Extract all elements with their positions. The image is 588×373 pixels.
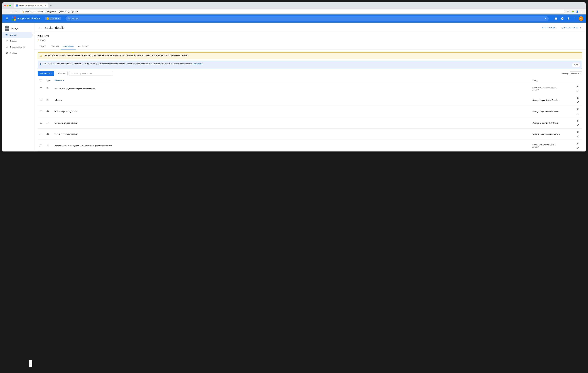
role-chip[interactable]: Cloud Build Service Agent ▾ <box>532 144 556 146</box>
learn-more-link[interactable]: Learn more <box>193 63 202 65</box>
tab-bucket-lock[interactable]: Bucket Lock <box>76 43 91 50</box>
role-chip[interactable]: Storage Legacy Bucket Owner ▾ <box>532 122 559 124</box>
warning-text: This bucket is public and can be accesse… <box>43 54 189 56</box>
close-dot[interactable] <box>4 5 6 6</box>
row-checkbox-2[interactable] <box>40 110 42 112</box>
address-bar[interactable]: 🔒 console.cloud.google.com/storage/brows… <box>20 10 565 13</box>
edit-bucket-button[interactable]: EDIT BUCKET <box>540 26 558 30</box>
delete-member-button[interactable] <box>576 84 580 88</box>
window-controls <box>4 5 11 6</box>
alert-info-icon: ℹ <box>40 63 41 65</box>
role-caret-icon: ▾ <box>558 122 559 124</box>
access-control-edit-button[interactable]: Edit <box>572 63 580 67</box>
edit-member-button[interactable] <box>576 89 580 93</box>
sidebar-item-settings[interactable]: Settings <box>2 50 33 56</box>
hamburger-menu[interactable]: ☰ <box>5 16 9 21</box>
toolbar-actions: ☆ 🧩 👤 ⋮ <box>566 10 584 14</box>
browser-chrome: Bucket details - git-ci-cd - Goo... × + … <box>2 2 586 14</box>
view-select-dropdown[interactable]: Members ▾ <box>570 72 582 75</box>
cloud-shell-button[interactable] <box>553 16 558 21</box>
browser-toolbar: ← → ↻ 🔒 console.cloud.google.com/storage… <box>2 9 586 14</box>
sidebar-item-transfer-appliance-label: Transfer Appliance <box>10 46 25 48</box>
url-text: console.cloud.google.com/storage/browser… <box>25 10 78 13</box>
row-checkbox-5[interactable] <box>40 145 42 146</box>
edit-member-button[interactable] <box>576 146 580 150</box>
user-avatar[interactable]: G <box>579 16 583 21</box>
edit-member-button[interactable] <box>576 112 580 116</box>
sidebar-section-label: Storage <box>11 27 18 30</box>
search-bar[interactable]: 🔍 ▼ <box>65 16 549 21</box>
project-selector[interactable]: git-ci-cd ▼ <box>45 17 61 20</box>
role-chip[interactable]: Storage Legacy Object Reader ▾ <box>532 99 560 101</box>
tab-permissions[interactable]: Permissions <box>61 43 76 50</box>
role-caret-icon: ▾ <box>558 111 559 112</box>
active-tab[interactable]: Bucket details - git-ci-cd - Goo... × <box>14 3 48 8</box>
search-input[interactable] <box>72 17 543 20</box>
member-type-cell <box>44 117 52 129</box>
delete-member-button[interactable] <box>576 142 580 145</box>
edit-member-button[interactable] <box>576 135 580 138</box>
row-checkbox-4[interactable] <box>40 133 42 135</box>
members-table-container: Type Members ▲ Role(s) <box>34 78 586 152</box>
tabs-bar: Objects Overview Permissions Bucket Lock <box>34 43 586 50</box>
reload-button[interactable]: ↻ <box>14 10 19 14</box>
table-row: Viewers of project: git-ci-cdStorage Leg… <box>38 129 582 140</box>
row-checkbox-3[interactable] <box>40 122 42 124</box>
row-checkbox-0[interactable] <box>40 87 42 89</box>
add-members-button[interactable]: Add members <box>38 71 54 76</box>
row-action-buttons <box>576 130 580 138</box>
forward-button[interactable]: → <box>9 10 13 14</box>
col-actions <box>574 78 582 83</box>
member-cell: Owners of project: git-ci-cd <box>52 117 530 129</box>
row-actions <box>576 84 580 93</box>
search-expand-icon[interactable]: ▼ <box>544 17 546 20</box>
new-tab-button[interactable]: + <box>49 3 53 8</box>
back-button[interactable]: ← <box>4 10 8 14</box>
bookmark-icon[interactable]: ☆ <box>566 10 570 14</box>
row-actions-cell <box>574 83 582 94</box>
role-chip[interactable]: Storage Legacy Bucket Owner ▾ <box>532 110 559 113</box>
edit-member-button[interactable] <box>576 123 580 127</box>
sidebar-item-transfer-appliance[interactable]: Transfer Appliance <box>2 44 33 50</box>
back-button[interactable]: ← <box>38 25 42 30</box>
delete-member-button[interactable] <box>576 107 580 111</box>
row-checkbox-1[interactable] <box>40 99 42 101</box>
member-type-cell <box>44 129 52 140</box>
tab-objects[interactable]: Objects <box>38 43 49 50</box>
bucket-info: git-ci-cd ⚠ Public <box>34 32 586 41</box>
delete-member-button[interactable] <box>576 119 580 123</box>
member-cell: 349075763037@cloudbuild.gserviceaccount.… <box>52 83 530 94</box>
member-cell: Viewers of project: git-ci-cd <box>52 129 530 140</box>
maximize-dot[interactable] <box>9 5 11 6</box>
filter-input[interactable] <box>74 72 111 74</box>
public-access-warning: ⚠ This bucket is public and can be acces… <box>38 52 582 59</box>
select-all-checkbox[interactable] <box>40 79 42 81</box>
extension-icon[interactable]: 🧩 <box>571 10 575 14</box>
alert-warning-icon: ⚠ <box>40 54 42 57</box>
more-tools-icon[interactable]: ⋮ <box>580 10 584 14</box>
tab-close-button[interactable]: × <box>45 4 46 7</box>
help-button[interactable] <box>560 16 565 21</box>
edit-member-button[interactable] <box>576 100 580 104</box>
group-icon <box>46 133 49 136</box>
delete-member-button[interactable] <box>576 96 580 100</box>
refresh-bucket-button[interactable]: REFRESH BUCKET <box>560 26 582 30</box>
minimize-dot[interactable] <box>7 5 8 6</box>
sidebar-item-transfer[interactable]: Transfer <box>2 38 33 44</box>
sidebar-section-header: Storage <box>2 25 34 32</box>
delete-member-button[interactable] <box>576 130 580 134</box>
role-chip[interactable]: Cloud Build Service Account ▾ <box>532 86 557 89</box>
view-select-chevron-icon: ▾ <box>580 72 581 74</box>
sidebar-item-browser[interactable]: Browser <box>2 32 33 38</box>
view-by-label: View by: <box>562 72 569 74</box>
logo-sq-2 <box>14 17 16 18</box>
info-text: This bucket uses fine-grained access con… <box>42 63 202 65</box>
more-options-button[interactable]: ⋮ <box>572 16 578 21</box>
role-chip[interactable]: Storage Legacy Bucket Reader ▾ <box>532 133 560 135</box>
tab-overview[interactable]: Overview <box>49 43 61 50</box>
remove-button[interactable]: Remove <box>56 71 68 76</box>
profile-icon[interactable]: 👤 <box>575 10 579 14</box>
notifications-button[interactable] <box>566 16 571 21</box>
col-members[interactable]: Members ▲ <box>52 78 530 83</box>
role-cell: Cloud Build Service Account ▾inherited <box>530 83 574 94</box>
